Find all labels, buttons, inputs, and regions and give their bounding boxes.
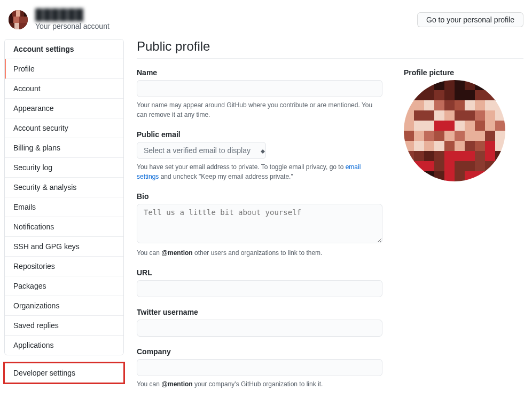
- sidebar-item-organizations[interactable]: Organizations: [5, 296, 123, 316]
- name-input[interactable]: [137, 80, 382, 97]
- page-header: ██████ Your personal account Go to your …: [0, 0, 532, 39]
- username: ██████: [35, 9, 109, 21]
- sidebar-item-saved-replies[interactable]: Saved replies: [5, 316, 123, 336]
- company-hint: You can @mention your company's GitHub o…: [137, 379, 382, 389]
- sidebar-item-security-analysis[interactable]: Security & analysis: [5, 178, 123, 197]
- sidebar-item-ssh-gpg[interactable]: SSH and GPG keys: [5, 237, 123, 257]
- avatar-small[interactable]: [9, 10, 28, 29]
- field-bio: Bio You can @mention other users and org…: [137, 192, 382, 258]
- profile-picture-section: Profile picture: [404, 68, 516, 400]
- account-subtitle: Your personal account: [35, 22, 109, 30]
- twitter-input[interactable]: [137, 320, 382, 337]
- bio-textarea[interactable]: [137, 204, 382, 243]
- name-label: Name: [137, 68, 382, 77]
- sidebar-item-profile[interactable]: Profile: [5, 59, 123, 79]
- sidebar-item-emails[interactable]: Emails: [5, 197, 123, 217]
- sidebar-item-account-security[interactable]: Account security: [5, 118, 123, 138]
- developer-settings-nav: Developer settings: [4, 363, 124, 383]
- sidebar-item-packages[interactable]: Packages: [5, 276, 123, 296]
- sidebar-item-applications[interactable]: Applications: [5, 336, 123, 355]
- sidebar-item-billing[interactable]: Billing & plans: [5, 138, 123, 158]
- field-twitter: Twitter username: [137, 308, 382, 337]
- field-company: Company You can @mention your company's …: [137, 347, 382, 389]
- username-block: ██████ Your personal account: [35, 9, 109, 30]
- header-left: ██████ Your personal account: [9, 9, 109, 30]
- sidebar-item-security-log[interactable]: Security log: [5, 158, 123, 178]
- public-email-select[interactable]: Select a verified email to display: [137, 142, 266, 159]
- main-content: Public profile Name Your name may appear…: [137, 39, 528, 400]
- sidebar-item-account[interactable]: Account: [5, 79, 123, 99]
- settings-sidebar: Account settings Profile Account Appeara…: [4, 39, 124, 400]
- sidebar-item-repositories[interactable]: Repositories: [5, 257, 123, 276]
- profile-picture-label: Profile picture: [404, 68, 516, 77]
- sidebar-item-developer-settings[interactable]: Developer settings: [5, 363, 123, 383]
- page-title: Public profile: [137, 39, 523, 59]
- sidebar-item-appearance[interactable]: Appearance: [5, 99, 123, 118]
- go-to-profile-button[interactable]: Go to your personal profile: [417, 12, 523, 27]
- bio-label: Bio: [137, 192, 382, 201]
- twitter-label: Twitter username: [137, 308, 382, 316]
- nav-group-title: Account settings: [5, 39, 123, 59]
- bio-hint: You can @mention other users and organiz…: [137, 248, 382, 258]
- avatar-large[interactable]: [404, 80, 505, 181]
- field-public-email: Public email Select a verified email to …: [137, 130, 382, 181]
- url-label: URL: [137, 268, 382, 277]
- field-url: URL: [137, 268, 382, 297]
- public-email-hint: You have set your email address to priva…: [137, 162, 382, 181]
- company-input[interactable]: [137, 359, 382, 376]
- profile-form: Name Your name may appear around GitHub …: [137, 68, 382, 400]
- url-input[interactable]: [137, 280, 382, 297]
- account-settings-nav: Account settings Profile Account Appeara…: [4, 39, 124, 355]
- company-label: Company: [137, 347, 382, 356]
- name-hint: Your name may appear around GitHub where…: [137, 100, 382, 120]
- sidebar-item-notifications[interactable]: Notifications: [5, 217, 123, 237]
- public-email-label: Public email: [137, 130, 382, 139]
- field-name: Name Your name may appear around GitHub …: [137, 68, 382, 120]
